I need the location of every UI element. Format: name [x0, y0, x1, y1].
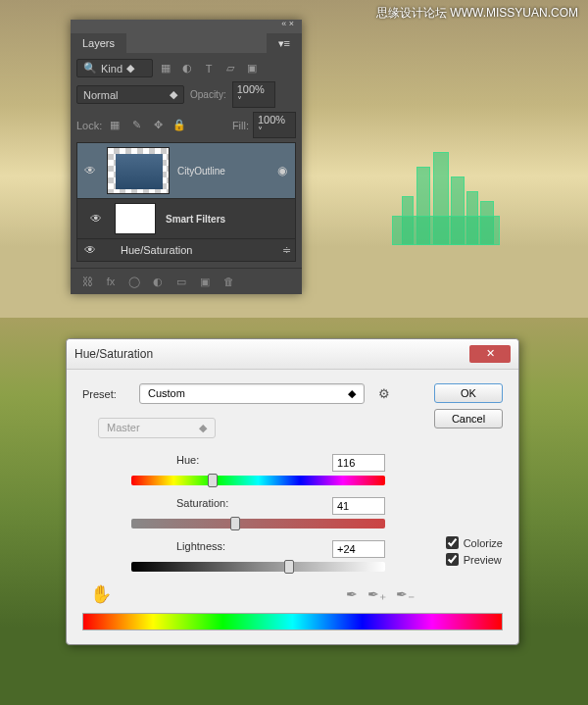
preset-label: Preset:: [82, 388, 131, 400]
close-button[interactable]: ✕: [469, 345, 511, 363]
eyedropper-subtract-icon[interactable]: ✒₋: [396, 586, 415, 602]
visibility-toggle-icon[interactable]: 👁: [81, 243, 99, 257]
colorize-checkbox[interactable]: Colorize: [446, 536, 503, 549]
saturation-input[interactable]: [332, 497, 385, 515]
layer-name-label: CityOutline: [177, 166, 225, 176]
preset-dropdown[interactable]: Custom ◆: [139, 383, 365, 404]
eyedropper-add-icon[interactable]: ✒₊: [368, 586, 386, 602]
layer-item-cityoutline[interactable]: 👁 CityOutline ◉: [77, 143, 295, 199]
filter-pixel-icon[interactable]: ▦: [157, 60, 174, 77]
lock-transparency-icon[interactable]: ▦: [106, 117, 123, 134]
panel-menu-icon[interactable]: ▾≡: [267, 33, 302, 54]
lock-paint-icon[interactable]: ✎: [127, 117, 145, 134]
visibility-toggle-icon[interactable]: 👁: [87, 212, 105, 226]
chevron-icon: ◆: [126, 62, 134, 75]
fill-label: Fill:: [232, 120, 249, 131]
filter-mask-thumbnail[interactable]: [115, 203, 156, 234]
hand-tool-icon[interactable]: ✋: [90, 583, 112, 605]
dialog-title: Hue/Saturation: [74, 347, 469, 361]
new-layer-icon[interactable]: ▣: [196, 273, 214, 290]
layers-tab[interactable]: Layers: [71, 33, 126, 53]
hue-slider[interactable]: [131, 476, 385, 485]
preset-menu-icon[interactable]: ⚙: [378, 386, 390, 401]
opacity-input[interactable]: 100% ˅: [232, 81, 275, 108]
filter-type-icon[interactable]: T: [200, 60, 218, 77]
layer-thumbnail[interactable]: [107, 147, 170, 194]
kind-filter-dropdown[interactable]: 🔍 Kind ◆: [76, 59, 153, 77]
search-icon: 🔍: [83, 62, 97, 75]
delete-layer-icon[interactable]: 🗑: [220, 273, 237, 290]
preview-checkbox[interactable]: Preview: [446, 553, 503, 566]
emerald-city-image: [392, 147, 510, 245]
hue-saturation-dialog: Hue/Saturation ✕ OK Cancel Preset: Custo…: [66, 338, 519, 645]
adjustment-layer-icon[interactable]: ◐: [149, 273, 167, 290]
blend-mode-dropdown[interactable]: Normal ◆: [76, 85, 184, 104]
panel-footer: ⛓ fx ◯ ◐ ▭ ▣ 🗑: [71, 268, 302, 294]
filter-shape-icon[interactable]: ▱: [221, 60, 239, 77]
eyedropper-icon[interactable]: ✒: [346, 586, 358, 602]
chevron-icon: ◆: [199, 422, 207, 434]
hue-saturation-filter-row[interactable]: 👁 Hue/Saturation ≑: [77, 239, 295, 261]
filter-name-label: Hue/Saturation: [121, 244, 192, 256]
lock-all-icon[interactable]: 🔒: [171, 117, 188, 134]
hue-input[interactable]: [332, 454, 385, 472]
lock-label: Lock:: [76, 120, 102, 131]
layer-mask-icon[interactable]: ◯: [125, 273, 143, 290]
smart-filters-row[interactable]: 👁 Smart Filters: [77, 199, 295, 239]
cancel-button[interactable]: Cancel: [434, 409, 503, 428]
smart-object-icon[interactable]: ◉: [273, 164, 291, 177]
filter-smart-icon[interactable]: ▣: [243, 60, 261, 77]
layer-fx-icon[interactable]: fx: [102, 273, 120, 290]
filter-adjust-icon[interactable]: ◐: [178, 60, 196, 77]
hue-label: Hue:: [176, 454, 199, 472]
dialog-titlebar[interactable]: Hue/Saturation ✕: [67, 339, 518, 370]
smart-filters-label: Smart Filters: [166, 214, 225, 225]
layer-list: 👁 CityOutline ◉ 👁 Smart Filters 👁 Hue/Sa…: [76, 142, 296, 262]
lightness-input[interactable]: [332, 540, 385, 558]
link-layers-icon[interactable]: ⛓: [78, 273, 96, 290]
visibility-toggle-icon[interactable]: 👁: [81, 164, 99, 177]
channel-dropdown: Master ◆: [98, 418, 216, 438]
lightness-label: Lightness:: [176, 540, 225, 558]
group-icon[interactable]: ▭: [172, 273, 190, 290]
fill-input[interactable]: 100% ˅: [253, 112, 296, 138]
lightness-slider[interactable]: [131, 562, 385, 572]
opacity-label: Opacity:: [190, 89, 226, 100]
hue-spectrum-strip: [82, 613, 503, 630]
ok-button[interactable]: OK: [434, 383, 503, 403]
chevron-icon: ◆: [348, 387, 356, 400]
lock-position-icon[interactable]: ✥: [149, 117, 167, 134]
saturation-slider[interactable]: [131, 519, 385, 529]
saturation-label: Saturation:: [176, 497, 228, 515]
watermark-text: 思缘设计论坛 WWW.MISSYUAN.COM: [376, 5, 578, 22]
layers-panel: « × Layers ▾≡ 🔍 Kind ◆ ▦ ◐ T ▱ ▣ Normal …: [71, 20, 302, 294]
chevron-icon: ◆: [170, 88, 177, 101]
panel-collapse-bar[interactable]: « ×: [71, 20, 302, 29]
filter-options-icon[interactable]: ≑: [282, 244, 291, 257]
